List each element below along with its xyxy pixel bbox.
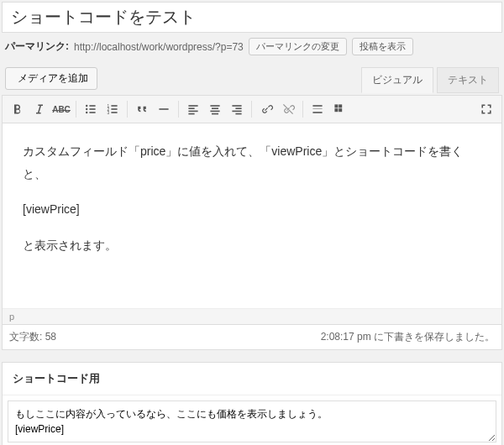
svg-rect-14 <box>188 107 194 109</box>
blockquote-icon[interactable] <box>132 99 152 119</box>
bullet-list-icon[interactable] <box>81 99 101 119</box>
editor-status-bar: 文字数: 58 2:08:17 pm に下書きを保存しました。 <box>2 325 502 350</box>
editor-tabs: ビジュアル テキスト <box>361 67 499 93</box>
editor-content[interactable]: カスタムフィールド「price」に値を入れて、「viewPrice」とショートコ… <box>3 123 501 308</box>
svg-rect-20 <box>212 113 218 115</box>
permalink-row: パーマリンク: http://localhost/work/wordpress/… <box>0 34 504 59</box>
change-permalink-button[interactable]: パーマリンクの変更 <box>249 38 347 55</box>
align-right-icon[interactable] <box>227 99 247 119</box>
italic-icon[interactable] <box>29 99 50 119</box>
autosave-status: 2:08:17 pm に下書きを保存しました。 <box>321 330 495 344</box>
content-paragraph: カスタムフィールド「price」に値を入れて、「viewPrice」とショートコ… <box>23 140 481 185</box>
shortcode-meta-box: ショートコード用 もしここに内容が入っているなら、ここにも価格を表示しましょう。… <box>2 362 502 445</box>
add-media-button[interactable]: メディアを追加 <box>5 67 97 90</box>
tab-visual[interactable]: ビジュアル <box>361 67 433 93</box>
meta-box-title: ショートコード用 <box>3 363 501 395</box>
editor-toolbar: ABC 123 <box>3 96 501 123</box>
svg-rect-21 <box>232 105 241 107</box>
bold-icon[interactable] <box>8 99 28 119</box>
svg-point-0 <box>86 105 87 107</box>
svg-point-2 <box>86 108 87 110</box>
svg-rect-28 <box>334 104 338 107</box>
svg-rect-12 <box>159 108 168 110</box>
svg-text:3: 3 <box>108 111 110 115</box>
svg-point-4 <box>86 112 87 113</box>
numbered-list-icon[interactable]: 123 <box>102 99 123 119</box>
svg-rect-27 <box>312 112 322 113</box>
strikethrough-icon[interactable]: ABC <box>51 99 71 119</box>
svg-rect-26 <box>312 108 322 109</box>
permalink-label: パーマリンク: <box>5 39 69 54</box>
hr-icon[interactable] <box>154 99 174 119</box>
tab-text[interactable]: テキスト <box>437 67 499 93</box>
svg-rect-31 <box>339 108 342 112</box>
shortcode-textarea[interactable]: もしここに内容が入っているなら、ここにも価格を表示しましょう。 [viewPri… <box>8 400 496 442</box>
svg-rect-18 <box>212 107 218 109</box>
svg-rect-22 <box>235 107 241 109</box>
word-count: 文字数: 58 <box>9 330 56 344</box>
align-center-icon[interactable] <box>205 99 225 119</box>
svg-rect-19 <box>210 111 219 113</box>
svg-rect-15 <box>188 111 197 113</box>
svg-rect-29 <box>339 104 342 107</box>
svg-rect-25 <box>312 105 322 107</box>
permalink-url: http://localhost/work/wordpress/?p=73 <box>74 41 244 53</box>
svg-rect-7 <box>111 105 117 107</box>
more-icon[interactable] <box>307 99 328 119</box>
svg-rect-11 <box>111 112 117 113</box>
svg-rect-24 <box>235 113 241 115</box>
align-left-icon[interactable] <box>183 99 203 119</box>
svg-rect-17 <box>210 105 219 107</box>
post-title-input[interactable] <box>2 2 502 33</box>
svg-rect-5 <box>89 112 95 113</box>
fullscreen-icon[interactable] <box>476 99 496 119</box>
add-media-label: メディアを追加 <box>18 71 88 86</box>
svg-rect-3 <box>89 108 95 110</box>
content-paragraph: と表示されます。 <box>23 234 481 257</box>
svg-rect-16 <box>188 113 194 115</box>
toolbar-toggle-icon[interactable] <box>329 99 349 119</box>
view-post-button[interactable]: 投稿を表示 <box>352 38 413 55</box>
element-path: p <box>3 308 501 324</box>
content-paragraph: [viewPrice] <box>23 198 481 221</box>
svg-rect-13 <box>188 105 197 107</box>
svg-rect-9 <box>111 108 117 110</box>
svg-rect-30 <box>334 108 338 112</box>
svg-rect-1 <box>89 105 95 107</box>
link-icon[interactable] <box>256 99 276 119</box>
svg-rect-23 <box>232 111 241 113</box>
editor: ABC 123 カスタムフィールド「price」に値を入れて、「viewPric… <box>2 95 502 325</box>
unlink-icon[interactable] <box>278 99 298 119</box>
